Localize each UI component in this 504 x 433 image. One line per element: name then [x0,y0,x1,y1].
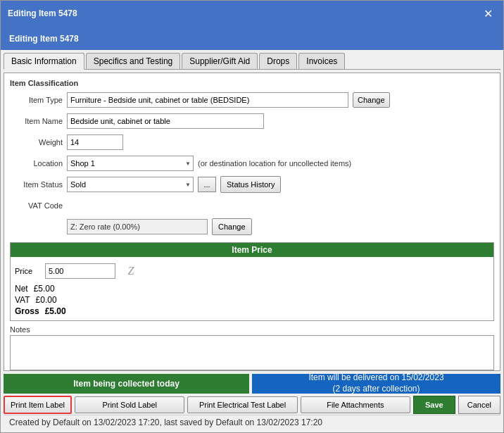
save-button[interactable]: Save [413,396,455,414]
item-type-row: Item Type Change [10,92,494,108]
print-item-label-button[interactable]: Print Item Label [4,396,72,414]
section-title: Item Classification [10,79,494,87]
file-attachments-button[interactable]: File Attachments [301,396,410,413]
tabs-container: Basic Information Specifics and Testing … [4,53,500,70]
tab-basic-information[interactable]: Basic Information [4,53,84,70]
price-input-row: Price Z [15,261,489,281]
vat-value: £0.00 [36,295,57,305]
price-info: Net £5.00 VAT £0.00 Gross £5.00 [15,284,489,316]
vat-code-input-row: Change [10,218,494,235]
gross-label: Gross [15,306,39,316]
vat-code-section-label: VAT Code [10,201,63,210]
item-status-label: Item Status [10,180,63,189]
header-title: Editing Item 5478 [9,34,79,44]
item-type-label: Item Type [10,96,63,104]
status-history-button[interactable]: Status History [220,176,281,193]
gross-value: £5.00 [45,306,66,316]
net-line: Net £5.00 [15,284,489,294]
gross-line: Gross £5.00 [15,306,489,316]
item-status-select[interactable]: Sold [67,177,194,192]
net-label: Net [15,284,28,294]
cancel-button[interactable]: Cancel [458,396,500,414]
main-window: Editing Item 5478 ✕ Editing Item 5478 Ba… [0,0,504,433]
location-row: Location Shop 1 (or destination location… [10,155,494,172]
status-dots-button[interactable]: ... [198,177,216,192]
item-name-label: Item Name [10,117,63,125]
print-sold-label-button[interactable]: Print Sold Label [75,396,184,413]
weight-input[interactable] [67,134,123,150]
item-status-row: Item Status Sold ... Status History [10,176,494,193]
item-status-select-wrapper: Sold [67,177,194,192]
price-label: Price [15,267,39,275]
location-label: Location [10,159,63,168]
item-type-input[interactable] [67,92,348,108]
tab-invoices[interactable]: Invoices [298,53,345,69]
vat-change-button[interactable]: Change [212,218,252,235]
notes-section: Notes [10,325,494,368]
vat-code-input[interactable] [67,219,208,234]
delivery-status: Item will be delivered on 15/02/2023 (2 … [252,374,500,394]
title-bar: Editing Item 5478 ✕ [1,1,503,26]
item-type-change-button[interactable]: Change [353,92,390,108]
collection-delivery-row: Item being collected today Item will be … [4,374,500,394]
window-title: Editing Item 5478 [8,8,77,18]
vat-label: VAT [15,295,30,305]
bottom-bar: Item being collected today Item will be … [4,374,500,415]
weight-row: Weight [10,134,494,151]
net-value: £5.00 [34,284,55,294]
location-hint: (or destination location for uncollected… [198,159,351,168]
vat-line: VAT £0.00 [15,295,489,305]
item-price-section: Item Price Price Z Net £5.00 VAT £0.00 [10,242,494,321]
tab-drops[interactable]: Drops [259,53,297,69]
status-bar: Created by Default on 13/02/2023 17:20, … [4,415,500,429]
status-text: Created by Default on 13/02/2023 17:20, … [9,418,322,427]
print-electrical-test-label-button[interactable]: Print Electrical Test Label [187,396,297,413]
notes-label: Notes [10,325,494,334]
item-name-input[interactable] [67,113,264,129]
collection-status: Item being collected today [4,374,249,394]
price-input[interactable] [45,263,115,279]
location-select-wrapper: Shop 1 [67,156,194,171]
z-vat-icon: Z [121,261,141,281]
close-button[interactable]: ✕ [479,5,496,22]
item-name-row: Item Name [10,113,494,130]
main-panel: Item Classification Item Type Change Ite… [4,73,500,371]
main-header: Editing Item 5478 [1,26,503,50]
tab-supplier-gift-aid[interactable]: Supplier/Gift Aid [182,53,258,69]
notes-textarea[interactable] [10,335,494,370]
location-select[interactable]: Shop 1 [67,156,194,171]
tab-specifics-testing[interactable]: Specifics and Testing [86,53,181,69]
vat-code-row: VAT Code [10,197,494,214]
delivery-text: Item will be delivered on 15/02/2023 (2 … [308,372,443,394]
weight-label: Weight [10,138,63,146]
content-area: Basic Information Specifics and Testing … [1,50,503,432]
action-button-row: Print Item Label Print Sold Label Print … [4,395,500,415]
item-price-header: Item Price [11,243,493,257]
